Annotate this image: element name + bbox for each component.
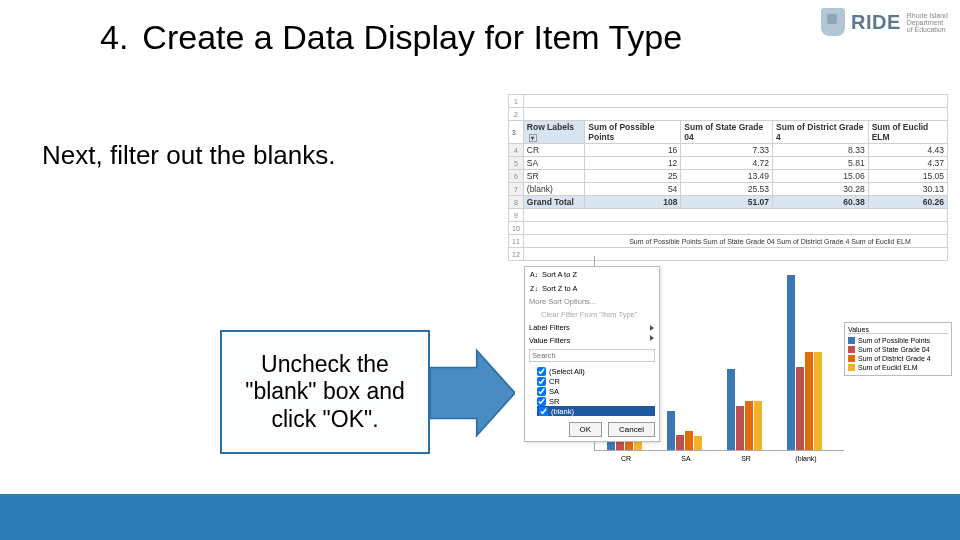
bar <box>745 401 753 450</box>
filter-item[interactable]: CR <box>537 376 655 386</box>
pivot-col-header: Sum of District Grade 4 <box>773 121 869 144</box>
svg-marker-0 <box>430 351 515 436</box>
bar <box>676 435 684 450</box>
pivot-col-header: Sum of Possible Points <box>585 121 681 144</box>
pivot-cell: 54 <box>585 183 681 196</box>
pivot-col-header: Sum of State Grade 04 <box>681 121 773 144</box>
logo-sub-line1: Rhode Island <box>907 12 948 19</box>
legend-item: Sum of State Grade 04 <box>848 345 948 354</box>
filter-search-input[interactable] <box>529 349 655 362</box>
pivot-cell: 25.53 <box>681 183 773 196</box>
chart-legend-top: Sum of Possible Points Sum of State Grad… <box>594 238 946 245</box>
filter-item-label: SA <box>549 387 559 396</box>
bar <box>685 431 693 450</box>
ride-logo-text: RIDE <box>851 11 901 34</box>
filter-popup: A↓Sort A to Z Z↓Sort Z to A More Sort Op… <box>524 266 660 442</box>
filter-item-label: CR <box>549 377 560 386</box>
filter-item[interactable]: SA <box>537 386 655 396</box>
pivot-cell: 4.72 <box>681 157 773 170</box>
bar-group: SR <box>727 369 765 450</box>
logo-sub-line2: Department <box>907 19 948 26</box>
legend-swatch-icon <box>848 346 855 353</box>
footer-bar <box>0 494 960 540</box>
page-title: Create a Data Display for Item Type <box>142 18 682 57</box>
filter-item[interactable]: SR <box>537 396 655 406</box>
legend-label: Sum of District Grade 4 <box>858 355 931 362</box>
bar-group: (blank) <box>787 275 825 451</box>
bar <box>814 352 822 450</box>
pivot-cell: 7.33 <box>681 144 773 157</box>
pivot-cell: 30.28 <box>773 183 869 196</box>
bar <box>787 275 795 451</box>
pivot-cell: 4.43 <box>868 144 947 157</box>
filter-checkbox[interactable] <box>537 377 546 386</box>
filter-checkbox[interactable] <box>539 407 548 416</box>
sort-za-icon: Z↓ <box>529 283 539 293</box>
pivot-cell: 60.26 <box>868 196 947 209</box>
filter-item-label: SR <box>549 397 559 406</box>
pivot-grand-total-label: Grand Total <box>523 196 584 209</box>
dropdown-icon[interactable]: ▾ <box>529 134 537 142</box>
filter-item-label: (blank) <box>551 407 574 416</box>
bar <box>796 367 804 450</box>
label-filters[interactable]: Label Filters <box>525 321 659 334</box>
cancel-button[interactable]: Cancel <box>608 422 655 437</box>
step-number: 4. <box>100 18 128 57</box>
x-axis-label: SA <box>667 455 705 462</box>
legend-label: Sum of State Grade 04 <box>858 346 930 353</box>
pivot-cell: 4.37 <box>868 157 947 170</box>
x-axis-label: (blank) <box>787 455 825 462</box>
callout-box: Uncheck the "blank" box and click "OK". <box>220 330 430 454</box>
pivot-cell: 15.06 <box>773 170 869 183</box>
legend-item: Sum of District Grade 4 <box>848 354 948 363</box>
filter-item-label: (Select All) <box>549 367 585 376</box>
pivot-cell: 25 <box>585 170 681 183</box>
pivot-cell: 16 <box>585 144 681 157</box>
pivot-row-label: CR <box>523 144 584 157</box>
ride-logo-icon <box>821 8 845 36</box>
filter-item[interactable]: (Select All) <box>537 366 655 376</box>
pivot-cell: 15.05 <box>868 170 947 183</box>
instruction-text: Next, filter out the blanks. <box>42 140 335 171</box>
pivot-cell: 8.33 <box>773 144 869 157</box>
pivot-cell: 5.81 <box>773 157 869 170</box>
legend-title: Values <box>848 326 948 334</box>
pivot-cell: 13.49 <box>681 170 773 183</box>
chevron-right-icon <box>650 335 654 341</box>
legend-item: Sum of Possible Points <box>848 336 948 345</box>
value-filters[interactable]: Value Filters <box>525 334 659 347</box>
filter-checkbox[interactable] <box>537 367 546 376</box>
callout-text: Uncheck the "blank" box and click "OK". <box>228 351 422 434</box>
x-axis-label: SR <box>727 455 765 462</box>
logo-sub-line3: of Education <box>907 26 948 33</box>
arrow-icon <box>430 348 515 438</box>
filter-checkbox[interactable] <box>537 387 546 396</box>
bar <box>754 401 762 450</box>
pivot-col-header: Sum of Euclid ELM <box>868 121 947 144</box>
legend-swatch-icon <box>848 337 855 344</box>
chevron-right-icon <box>650 325 654 331</box>
pivot-cell: 12 <box>585 157 681 170</box>
pivot-cell: 108 <box>585 196 681 209</box>
pivot-rowlabels-header[interactable]: Row Labels <box>527 122 574 132</box>
pivot-cell: 60.38 <box>773 196 869 209</box>
legend-label: Sum of Euclid ELM <box>858 364 918 371</box>
legend-swatch-icon <box>848 364 855 371</box>
more-sort-options[interactable]: More Sort Options... <box>525 295 659 308</box>
bar <box>694 436 702 450</box>
bar <box>727 369 735 450</box>
legend-swatch-icon <box>848 355 855 362</box>
ok-button[interactable]: OK <box>569 422 603 437</box>
bar <box>736 406 744 450</box>
bar-group: SA <box>667 411 705 450</box>
sort-az[interactable]: A↓Sort A to Z <box>525 267 659 281</box>
legend-item: Sum of Euclid ELM <box>848 363 948 372</box>
x-axis-label: CR <box>607 455 645 462</box>
bar <box>805 352 813 450</box>
sort-za[interactable]: Z↓Sort Z to A <box>525 281 659 295</box>
filter-checkbox[interactable] <box>537 397 546 406</box>
pivot-cell: 30.13 <box>868 183 947 196</box>
ride-logo: RIDE Rhode Island Department of Educatio… <box>821 8 948 36</box>
filter-item[interactable]: (blank) <box>537 406 655 416</box>
sort-az-icon: A↓ <box>529 269 539 279</box>
